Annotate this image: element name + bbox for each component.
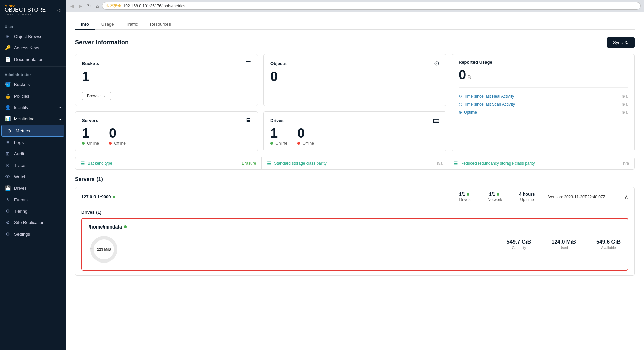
logo-light: STORE <box>26 7 46 13</box>
drive-available-value: 549.6 GiB <box>596 239 621 245</box>
uptime-icon: ⊕ <box>459 110 462 115</box>
standard-storage-icon: ☰ <box>267 161 271 166</box>
sidebar-label-trace: Trace <box>14 163 25 168</box>
logo-sub: AGPL LICENSE <box>5 13 46 16</box>
sidebar-item-metrics[interactable]: ⊙ Metrics <box>1 125 64 137</box>
sidebar-label-audit: Audit <box>14 151 24 156</box>
server-expand-button[interactable]: ∧ <box>624 194 628 200</box>
drives-card-header: Drives 🖴 <box>270 117 439 124</box>
sidebar-label-events: Events <box>14 197 28 202</box>
sidebar-label-drives: Drives <box>14 186 27 191</box>
sidebar-item-trace[interactable]: ⊠ Trace <box>0 160 66 171</box>
forward-button[interactable]: ▶ <box>77 3 84 9</box>
drives-online-label: Online <box>270 141 287 146</box>
drives-section-title: Drives (1) <box>81 210 628 215</box>
drive-available: 549.6 GiB Available <box>596 239 621 250</box>
sidebar-label-identity: Identity <box>14 105 28 110</box>
scan-activity-label: ◎ Time since last Scan Activity <box>459 102 515 107</box>
sidebar-item-audit[interactable]: ⊞ Audit <box>0 148 66 160</box>
back-button[interactable]: ◀ <box>69 3 75 9</box>
servers-card-icon: 🖥 <box>245 117 251 124</box>
server-network-label: Network <box>488 197 502 202</box>
monitoring-arrow-icon: ▴ <box>59 117 61 121</box>
page-title: Server Information <box>75 39 129 46</box>
drive-online-dot <box>124 225 127 228</box>
object-browser-icon: ⊞ <box>5 34 11 39</box>
sidebar-item-site-replication[interactable]: ⚙ Site Replication <box>0 217 66 228</box>
donut-chart: 123 MiB <box>89 234 119 265</box>
sidebar-label-logs: Logs <box>14 140 24 145</box>
drive-card: /home/mindata 123 MiB <box>81 218 628 271</box>
settings-icon: ⚙ <box>5 231 11 237</box>
server-row-header[interactable]: 127.0.0.1:9000 1/1 Drives 1/1 <box>75 187 634 206</box>
buckets-card: Buckets ☰ 1 Browse → <box>75 54 258 106</box>
buckets-title: Buckets <box>82 61 99 66</box>
reported-divider <box>459 87 628 88</box>
tab-info[interactable]: Info <box>75 19 95 30</box>
sidebar-item-policies[interactable]: 🔒 Policies <box>0 90 66 102</box>
servers-card-title: Servers <box>82 118 98 123</box>
sidebar-item-tiering[interactable]: ⚙ Tiering <box>0 205 66 217</box>
drive-stats: 549.7 GiB Capacity 124.0 MiB Used 549.6 … <box>506 239 621 250</box>
sidebar-label-tiering: Tiering <box>14 209 27 214</box>
identity-arrow-icon: ▾ <box>59 106 61 109</box>
sidebar-item-monitoring[interactable]: 📊 Monitoring ▴ <box>0 113 66 125</box>
drives-offline-dot <box>297 142 300 145</box>
reload-button[interactable]: ↻ <box>86 3 92 9</box>
drives-meta-dot <box>467 193 469 196</box>
servers-offline-value: 0 <box>109 126 126 140</box>
sidebar-item-identity[interactable]: 👤 Identity ▾ <box>0 102 66 113</box>
sidebar-label-site-replication: Site Replication <box>14 220 44 225</box>
browse-label: Browse <box>87 94 101 98</box>
objects-title: Objects <box>270 61 287 66</box>
uptime-label: ⊕ Uptime <box>459 110 477 115</box>
buckets-card-icon: ☰ <box>245 60 251 67</box>
standard-storage-item: ☰ Standard storage class parity n/a <box>262 157 448 169</box>
sidebar-item-object-browser[interactable]: ⊞ Object Browser <box>0 31 66 42</box>
sidebar-item-events[interactable]: λ Events <box>0 194 66 205</box>
sidebar-label-settings: Settings <box>14 232 30 237</box>
audit-icon: ⊞ <box>5 151 11 156</box>
stats-grid: Buckets ☰ 1 Browse → Objects ⊙ 0 <box>75 54 635 151</box>
address-bar[interactable]: ⚠ 不安全 192.168.0.101:36176/tools/metrics <box>102 2 641 10</box>
sync-button[interactable]: Sync ↻ <box>607 37 635 48</box>
sidebar-item-settings[interactable]: ⚙ Settings <box>0 228 66 240</box>
tab-traffic[interactable]: Traffic <box>120 19 144 30</box>
objects-card: Objects ⊙ 0 <box>263 54 446 106</box>
servers-stat-row: 1 Online 0 Offline <box>82 126 251 146</box>
server-drives-label: Drives <box>459 197 471 202</box>
sidebar-label-metrics: Metrics <box>16 128 30 133</box>
server-version: Version: 2023-11-20T22:40:07Z <box>548 195 605 199</box>
tab-usage[interactable]: Usage <box>95 19 120 30</box>
sidebar-label-monitoring: Monitoring <box>14 116 35 121</box>
sidebar-item-documentation[interactable]: 📄 Documentation <box>0 54 66 65</box>
section-header: Server Information Sync ↻ <box>75 37 635 48</box>
watch-icon: 👁 <box>5 174 11 179</box>
heal-activity-label: ↻ Time since last Heal Activity <box>459 94 514 99</box>
sidebar-item-drives[interactable]: 💾 Drives <box>0 182 66 194</box>
drive-used-label: Used <box>559 246 568 250</box>
drive-capacity-value: 549.7 GiB <box>506 239 531 245</box>
sidebar-item-watch[interactable]: 👁 Watch <box>0 171 66 182</box>
heal-activity-value: n/a <box>622 94 628 99</box>
reduced-redundancy-item: ☰ Reduced redundancy storage class parit… <box>448 157 634 169</box>
tab-resources[interactable]: Resources <box>144 19 177 30</box>
sidebar-label-watch: Watch <box>14 174 26 179</box>
sidebar: MINIO OBJECT STORE AGPL LICENSE ◁ User ⊞… <box>0 0 66 350</box>
sidebar-item-access-keys[interactable]: 🔑 Access Keys <box>0 42 66 54</box>
drive-available-label: Available <box>601 246 616 250</box>
servers-card: Servers 🖥 1 Online 0 <box>75 111 258 151</box>
browse-button[interactable]: Browse → <box>82 92 111 100</box>
heal-activity-row: ↻ Time since last Heal Activity n/a <box>459 92 628 100</box>
servers-online-value: 1 <box>82 126 99 140</box>
home-button[interactable]: ⌂ <box>94 3 100 9</box>
online-dot <box>82 142 85 145</box>
server-uptime-val: 4 hours <box>519 191 535 197</box>
sidebar-item-logs[interactable]: ≡ Logs <box>0 137 66 148</box>
drive-capacity: 549.7 GiB Capacity <box>506 239 531 250</box>
drives-offline-label: Offline <box>297 141 314 146</box>
policies-icon: 🔒 <box>5 93 11 99</box>
sidebar-item-buckets[interactable]: 🪣 Buckets <box>0 79 66 90</box>
logs-icon: ≡ <box>5 140 11 145</box>
sidebar-collapse-button[interactable]: ◁ <box>57 7 61 13</box>
